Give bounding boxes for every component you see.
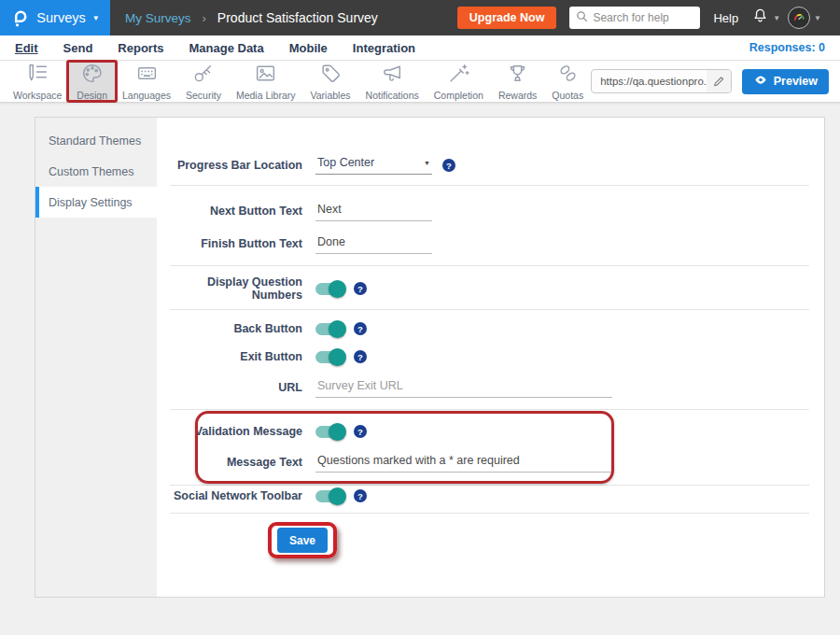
nav-item-manage-data[interactable]: Manage Data [189,41,263,55]
toolbar-item-workspace[interactable]: Workspace [6,62,69,102]
notifications-menu[interactable]: ▼ [751,7,788,29]
bell-icon [751,7,769,29]
sidebar-item-standard-themes[interactable]: Standard Themes [35,125,157,156]
help-icon[interactable]: ? [442,159,455,172]
toolbar-item-label: Variables [311,90,351,101]
preview-button[interactable]: Preview [742,69,829,94]
display-settings-panel: Standard Themes Custom Themes Display Se… [35,117,825,598]
nav-item-reports[interactable]: Reports [118,41,163,55]
display-question-numbers-row: Display Question Numbers ? [157,273,811,304]
next-button-text-label: Next Button Text [157,205,302,218]
keyboard-icon [135,62,159,89]
survey-url-text: https://qa.questionpro.com/t/AW22Zcq2J [592,76,707,87]
nav-item-mobile[interactable]: Mobile [289,41,328,55]
toolbar-item-label: Workspace [13,90,62,101]
progress-bar-location-label: Progress Bar Location [157,159,302,172]
design-palette-icon [80,62,104,89]
validation-message-toggle[interactable] [315,426,343,438]
survey-nav: Edit Send Reports Manage Data Mobile Int… [0,35,840,61]
toolbar-item-rewards[interactable]: Rewards [491,62,544,102]
progress-bar-location-select[interactable]: Top Center ▼ [315,156,432,175]
validation-message-row: Validation Message ? [157,416,811,447]
account-menu[interactable]: ▼ [788,7,829,29]
magic-wand-icon [447,62,470,89]
nav-item-send[interactable]: Send [63,41,93,55]
toolbar-item-label: Design [77,90,107,101]
divider [170,309,809,310]
back-button-toggle[interactable] [315,323,343,335]
divider [170,265,809,266]
divider [170,185,809,186]
breadcrumb-separator: › [203,11,206,25]
toolbar-item-label: Quotas [552,90,583,101]
toggle-knob [329,487,346,505]
save-button[interactable]: Save [277,528,328,553]
trophy-icon [506,62,529,89]
message-text-label: Message Text [157,456,302,469]
survey-url-field[interactable]: https://qa.questionpro.com/t/AW22Zcq2J [591,69,732,93]
toolbar-item-label: Languages [122,90,171,101]
chevron-down-icon: ▼ [92,14,100,22]
social-network-toolbar-toggle[interactable] [315,490,343,502]
toggle-knob [329,280,346,298]
message-text-input[interactable] [315,452,612,473]
themes-sidebar: Standard Themes Custom Themes Display Se… [35,118,157,597]
breadcrumb-parent[interactable]: My Surveys [125,11,191,25]
search-icon [576,9,588,26]
preview-button-label: Preview [774,75,818,88]
help-search-box[interactable] [569,7,700,29]
divider [170,409,809,410]
questionpro-logo-icon [10,8,30,28]
progress-bar-location-row: Progress Bar Location Top Center ▼ ? [157,149,811,181]
toolbar-item-label: Completion [434,90,483,101]
responses-count[interactable]: Responses: 0 [749,41,825,54]
edit-url-pencil-icon[interactable] [707,70,731,92]
next-button-text-input[interactable] [315,201,432,221]
upgrade-now-button[interactable]: Upgrade Now [457,7,557,29]
chain-links-icon [556,62,580,89]
display-settings-form: Progress Bar Location Top Center ▼ ? Nex… [157,118,824,597]
exit-url-label: URL [157,381,302,394]
help-icon[interactable]: ? [354,350,367,363]
chevron-down-icon: ▼ [424,160,430,166]
toolbar-item-completion[interactable]: Completion [427,62,491,102]
help-icon[interactable]: ? [354,425,367,438]
chevron-down-icon: ▼ [814,14,821,22]
nav-item-integration[interactable]: Integration [353,41,415,55]
finish-button-text-input[interactable] [315,233,432,254]
help-icon[interactable]: ? [354,322,367,335]
back-button-label: Back Button [157,322,302,335]
sidebar-item-custom-themes[interactable]: Custom Themes [35,156,157,187]
exit-button-toggle[interactable] [315,351,343,363]
toolbar-item-notifications[interactable]: Notifications [358,62,427,102]
toolbar-item-security[interactable]: Security [178,62,229,102]
progress-bar-location-value: Top Center [317,156,374,169]
help-icon[interactable]: ? [354,489,367,502]
toggle-knob [329,423,346,441]
exit-url-input[interactable] [315,377,612,398]
toolbar-item-quotas[interactable]: Quotas [544,62,591,102]
toolbar-item-design[interactable]: Design [69,62,115,102]
product-menu[interactable]: Surveys ▼ [0,0,110,35]
toggle-knob [329,320,346,338]
toolbar-item-variables[interactable]: Variables [303,62,358,102]
help-link[interactable]: Help [713,11,738,25]
search-input[interactable] [593,11,695,24]
help-icon[interactable]: ? [354,282,367,295]
message-text-row: Message Text [157,446,811,478]
sidebar-item-display-settings[interactable]: Display Settings [35,187,157,218]
chevron-down-icon: ▼ [773,14,780,22]
finish-button-text-row: Finish Button Text [157,228,811,260]
toolbar-item-languages[interactable]: Languages [115,62,178,102]
nav-item-edit[interactable]: Edit [15,41,38,55]
display-question-numbers-toggle[interactable] [315,283,343,295]
eye-icon [753,75,768,88]
toolbar-item-label: Rewards [498,90,537,101]
social-network-toolbar-row: Social Network Toolbar ? [157,480,811,512]
social-network-toolbar-label: Social Network Toolbar [157,489,302,502]
finish-button-text-label: Finish Button Text [157,237,302,250]
toolbar-item-media-library[interactable]: Media Library [229,62,303,102]
workspace-icon [26,62,49,89]
page-body: Standard Themes Custom Themes Display Se… [0,103,840,598]
exit-button-label: Exit Button [157,350,302,363]
